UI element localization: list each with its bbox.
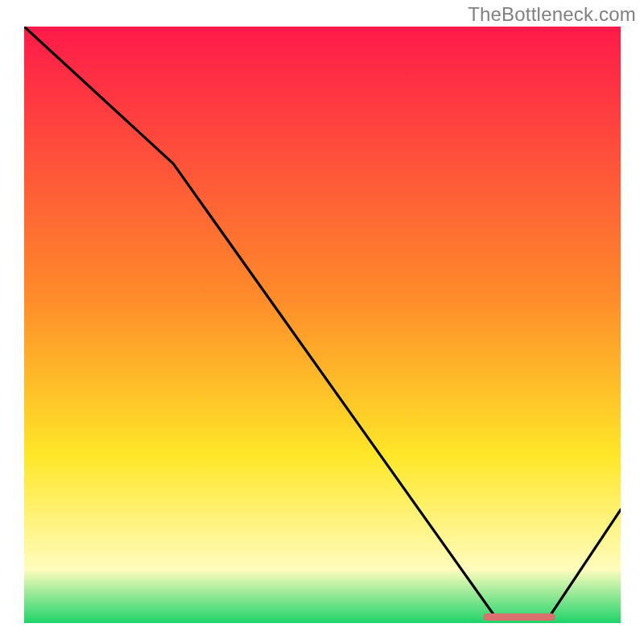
chart-stage: TheBottleneck.com xyxy=(0,0,644,644)
optimal-range-marker xyxy=(484,613,555,621)
gradient-background xyxy=(24,27,621,623)
plot-area xyxy=(24,27,621,623)
plot-svg xyxy=(24,27,621,623)
attribution-text: TheBottleneck.com xyxy=(468,3,636,26)
